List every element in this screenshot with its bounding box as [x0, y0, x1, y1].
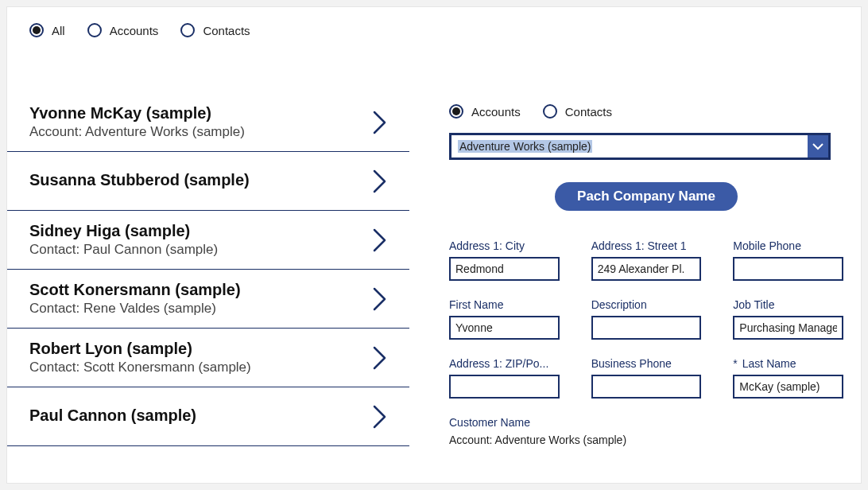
field-input[interactable] — [591, 257, 702, 281]
chevron-right-icon — [371, 344, 389, 371]
list-item-title: Susanna Stubberod (sample) — [29, 171, 371, 189]
field: Address 1: Street 1 — [591, 239, 702, 281]
field-label: Description — [591, 298, 647, 311]
chevron-right-icon — [371, 403, 389, 430]
top-filter-all[interactable]: All — [29, 23, 65, 37]
list-item[interactable]: Robert Lyon (sample)Contact: Scott Koner… — [7, 329, 409, 387]
list-item-subtitle: Contact: Paul Cannon (sample) — [29, 242, 371, 258]
field: Business Phone — [591, 357, 702, 399]
radio-icon — [87, 23, 102, 37]
radio-icon — [180, 23, 195, 37]
field-label-row: *Last Name — [733, 357, 843, 370]
radio-label: Contacts — [565, 105, 612, 119]
field-input[interactable] — [733, 257, 843, 281]
pach-company-name-button[interactable]: Pach Company Name — [555, 182, 738, 211]
field: Address 1: City — [449, 239, 560, 281]
top-filter-bar: AllAccountsContacts — [7, 7, 861, 53]
top-filter-accounts[interactable]: Accounts — [87, 23, 159, 37]
top-filter-contacts[interactable]: Contacts — [180, 23, 250, 37]
radio-icon — [29, 23, 44, 37]
list-item[interactable]: Yvonne McKay (sample)Account: Adventure … — [7, 93, 409, 152]
field-label: Last Name — [742, 357, 796, 370]
list-item-text: Susanna Stubberod (sample) — [29, 171, 371, 191]
detail-filter-bar: AccountsContacts — [449, 104, 843, 119]
chevron-down-icon[interactable] — [808, 135, 828, 158]
customer-name-block: Customer Name Account: Adventure Works (… — [449, 416, 843, 446]
radio-icon — [543, 104, 557, 119]
app-container: AllAccountsContacts Yvonne McKay (sample… — [6, 6, 862, 484]
radio-icon — [449, 104, 463, 119]
list-item-title: Yvonne McKay (sample) — [29, 104, 371, 122]
records-list[interactable]: Yvonne McKay (sample)Account: Adventure … — [7, 93, 409, 483]
field-input[interactable] — [449, 375, 560, 399]
detail-filter-accounts[interactable]: Accounts — [449, 104, 521, 119]
field: *Last Name — [733, 357, 843, 399]
list-item[interactable]: Sidney Higa (sample)Contact: Paul Cannon… — [7, 211, 409, 270]
list-item-text: Yvonne McKay (sample)Account: Adventure … — [29, 104, 371, 140]
field-label: Job Title — [733, 298, 774, 311]
field-label: Address 1: Street 1 — [591, 239, 687, 252]
list-item[interactable]: Scott Konersmann (sample)Contact: Rene V… — [7, 270, 409, 329]
fields-grid: Address 1: CityAddress 1: Street 1Mobile… — [449, 239, 843, 399]
field-input[interactable] — [591, 316, 702, 340]
field-label-row: Address 1: City — [449, 239, 560, 252]
list-item-text: Robert Lyon (sample)Contact: Scott Koner… — [29, 340, 371, 375]
field-label-row: Mobile Phone — [733, 239, 843, 252]
field-label-row: Address 1: ZIP/Po... — [449, 357, 560, 370]
field: Job Title — [733, 298, 843, 340]
list-item-text: Scott Konersmann (sample)Contact: Rene V… — [29, 281, 371, 317]
field-label: First Name — [449, 298, 503, 311]
radio-label: Accounts — [110, 24, 159, 37]
field-input[interactable] — [733, 375, 843, 399]
list-item-title: Scott Konersmann (sample) — [29, 281, 371, 299]
list-item[interactable]: Paul Cannon (sample) — [7, 387, 409, 446]
radio-label: All — [52, 24, 65, 37]
field-label-row: Description — [591, 298, 702, 311]
chevron-right-icon — [371, 286, 389, 313]
list-item-text: Sidney Higa (sample)Contact: Paul Cannon… — [29, 222, 371, 258]
list-item-subtitle: Contact: Scott Konersmann (sample) — [29, 360, 371, 375]
field-label-row: First Name — [449, 298, 560, 311]
field-input[interactable] — [449, 257, 560, 281]
account-dropdown[interactable]: Adventure Works (sample) — [449, 133, 831, 160]
field-label: Address 1: City — [449, 239, 525, 252]
list-item-title: Sidney Higa (sample) — [29, 222, 371, 240]
chevron-right-icon — [371, 109, 389, 136]
detail-filter-contacts[interactable]: Contacts — [543, 104, 612, 119]
field: Mobile Phone — [733, 239, 843, 281]
list-item-title: Robert Lyon (sample) — [29, 340, 371, 358]
dropdown-selected-text: Adventure Works (sample) — [451, 135, 808, 158]
chevron-right-icon — [371, 168, 389, 195]
list-item-subtitle: Contact: Rene Valdes (sample) — [29, 301, 371, 317]
list-item-text: Paul Cannon (sample) — [29, 406, 371, 426]
list-item-title: Paul Cannon (sample) — [29, 406, 371, 425]
field: Address 1: ZIP/Po... — [449, 357, 560, 399]
list-item-subtitle: Account: Adventure Works (sample) — [29, 124, 371, 140]
field-input[interactable] — [449, 316, 560, 340]
chevron-right-icon — [371, 227, 389, 254]
customer-name-label: Customer Name — [449, 416, 843, 429]
field: First Name — [449, 298, 560, 340]
field-label-row: Business Phone — [591, 357, 702, 370]
field-input[interactable] — [733, 316, 843, 340]
customer-name-value: Account: Adventure Works (sample) — [449, 434, 843, 446]
list-item[interactable]: Susanna Stubberod (sample) — [7, 152, 409, 211]
field: Description — [591, 298, 702, 340]
field-label-row: Address 1: Street 1 — [591, 239, 702, 252]
main-split: Yvonne McKay (sample)Account: Adventure … — [7, 93, 861, 483]
radio-label: Accounts — [471, 105, 521, 119]
field-label-row: Job Title — [733, 298, 843, 311]
field-label: Business Phone — [591, 357, 672, 370]
radio-label: Contacts — [203, 24, 250, 37]
required-indicator: * — [733, 357, 737, 370]
field-label: Address 1: ZIP/Po... — [449, 357, 548, 370]
field-label: Mobile Phone — [733, 239, 801, 252]
detail-pane: AccountsContacts Adventure Works (sample… — [409, 93, 861, 483]
field-input[interactable] — [591, 375, 702, 399]
